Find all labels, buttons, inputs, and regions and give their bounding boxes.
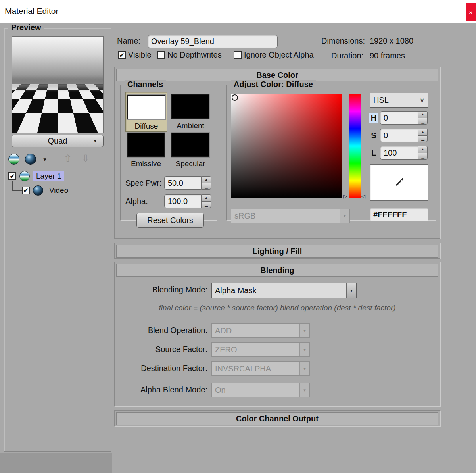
- adjust-color-group: Adjust Color: Diffuse ▷ ◁ HSL ∨ H 0 ▲ ▁ …: [226, 85, 436, 220]
- no-depthwrites-label: No Depthwrites: [167, 50, 222, 60]
- blend-operation-value: ADD: [212, 324, 299, 337]
- ignore-object-alpha-row[interactable]: Ignore Object Alpha: [234, 50, 314, 60]
- dropdown-arrow-icon: ▾: [299, 362, 309, 375]
- blending-mode-value: Alpha Mask: [212, 283, 346, 298]
- spinner-down-icon[interactable]: ▁: [202, 183, 211, 190]
- alpha-spinner[interactable]: 100.0 ▲ ▁: [164, 194, 211, 208]
- base-color-section: Base Color Channels Diffuse Ambient Emis…: [114, 67, 440, 239]
- close-button[interactable]: ×: [466, 3, 476, 21]
- titlebar[interactable]: Material Editor ×: [0, 0, 476, 23]
- preview-shape-dropdown[interactable]: Quad ▼: [12, 135, 104, 147]
- dropdown-arrow-icon[interactable]: ▾: [346, 283, 356, 298]
- h-label: H: [369, 113, 378, 123]
- blending-title: Blending: [260, 266, 294, 275]
- source-factor-value: ZERO: [212, 343, 299, 356]
- spinner-down-icon[interactable]: ▁: [418, 118, 428, 125]
- specular-swatch[interactable]: [171, 133, 209, 157]
- saturation-value-picker[interactable]: [231, 94, 342, 198]
- blending-header[interactable]: Blending: [116, 264, 438, 277]
- h-spinner[interactable]: 0 ▲ ▁: [380, 111, 428, 125]
- layer-tree-row[interactable]: ✔ Video: [22, 185, 71, 196]
- l-value[interactable]: 100: [380, 146, 418, 160]
- check-icon: ✔: [119, 52, 125, 59]
- layer1-visible-checkbox[interactable]: ✔: [8, 172, 16, 180]
- video-sphere-icon: [33, 185, 43, 196]
- horizon-haze: [12, 79, 103, 92]
- hue-marker-right-icon[interactable]: ◁: [361, 194, 365, 199]
- dropdown-arrow-icon: ▾: [299, 383, 309, 397]
- emissive-swatch[interactable]: [127, 133, 165, 157]
- s-label: S: [369, 130, 378, 141]
- add-layer-sphere-icon[interactable]: [8, 154, 19, 165]
- specular-label: Specular: [176, 160, 205, 168]
- spinner-up-icon[interactable]: ▲: [202, 176, 211, 183]
- h-value[interactable]: 0: [380, 111, 418, 125]
- spinner-down-icon[interactable]: ▁: [418, 135, 428, 142]
- layer-type-dropdown-icon[interactable]: ▼: [42, 157, 47, 162]
- lighting-fill-section: Lighting / Fill: [114, 243, 440, 259]
- name-input[interactable]: Overlay 59_Blend: [148, 35, 278, 48]
- no-depthwrites-row[interactable]: No Depthwrites: [157, 50, 222, 60]
- spinner-up-icon[interactable]: ▲: [418, 129, 428, 135]
- video-visible-checkbox[interactable]: ✔: [22, 187, 30, 194]
- hex-color-input[interactable]: #FFFFFF: [370, 208, 428, 221]
- ambient-channel-button[interactable]: Ambient: [170, 92, 211, 131]
- hue-slider[interactable]: [349, 94, 361, 198]
- destination-factor-value: INVSRCALPHA: [212, 362, 299, 375]
- sv-picker-marker[interactable]: [232, 94, 238, 101]
- color-mode-select[interactable]: HSL ∨: [370, 93, 428, 108]
- ambient-swatch[interactable]: [171, 94, 209, 119]
- ignore-object-alpha-checkbox[interactable]: [234, 51, 242, 59]
- lighting-fill-header[interactable]: Lighting / Fill: [116, 245, 438, 258]
- picked-color-preview[interactable]: [370, 164, 428, 201]
- name-label: Name:: [117, 37, 140, 46]
- layer1-item[interactable]: Layer 1: [33, 171, 64, 181]
- ignore-object-alpha-label: Ignore Object Alpha: [244, 50, 314, 60]
- alpha-blend-mode-select: On ▾: [211, 383, 310, 397]
- reset-colors-button[interactable]: Reset Colors: [136, 213, 204, 228]
- s-value[interactable]: 0: [380, 129, 418, 142]
- move-layer-up-icon[interactable]: ⇧: [64, 154, 72, 163]
- diffuse-label: Diffuse: [135, 122, 158, 131]
- video-item[interactable]: Video: [46, 186, 71, 195]
- spinner-down-icon[interactable]: ▁: [418, 153, 428, 160]
- emissive-label: Emissive: [131, 160, 161, 168]
- spec-pwr-value[interactable]: 50.0: [164, 176, 202, 190]
- emissive-channel-button[interactable]: Emissive: [125, 130, 167, 169]
- visible-checkbox[interactable]: ✔: [118, 51, 126, 59]
- no-depthwrites-checkbox[interactable]: [157, 51, 165, 59]
- spinner-up-icon[interactable]: ▲: [202, 194, 211, 201]
- s-spinner[interactable]: 0 ▲ ▁: [380, 129, 428, 142]
- hex-color-value: #FFFFFF: [373, 210, 407, 219]
- hue-marker-left-icon[interactable]: ▷: [343, 194, 347, 199]
- alpha-value[interactable]: 100.0: [164, 194, 202, 208]
- layer-tree-row[interactable]: ✔ Layer 1: [8, 171, 64, 181]
- chevron-down-icon: ∨: [416, 93, 428, 107]
- alpha-blend-mode-value: On: [212, 383, 299, 397]
- l-spinner[interactable]: 100 ▲ ▁: [380, 146, 428, 160]
- material-preview-image: [12, 36, 104, 133]
- spinner-up-icon[interactable]: ▲: [418, 146, 428, 153]
- dimensions-value: 1920 x 1080: [370, 37, 413, 46]
- diffuse-swatch[interactable]: [127, 95, 165, 119]
- specular-channel-button[interactable]: Specular: [170, 130, 211, 169]
- dropdown-arrow-icon: ▾: [299, 324, 309, 337]
- source-factor-label: Source Factor:: [119, 345, 207, 354]
- spinner-up-icon[interactable]: ▲: [418, 111, 428, 118]
- blend-operation-select: ADD ▾: [211, 323, 310, 338]
- move-layer-down-icon[interactable]: ⇩: [82, 154, 90, 163]
- channels-group-label: Channels: [125, 80, 166, 89]
- dimensions-label: Dimensions:: [321, 37, 365, 46]
- diffuse-channel-button[interactable]: Diffuse: [125, 92, 167, 132]
- add-video-sphere-icon[interactable]: [25, 154, 36, 165]
- channels-group: Channels Diffuse Ambient Emissive Specul…: [120, 85, 217, 220]
- spec-pwr-spinner[interactable]: 50.0 ▲ ▁: [164, 176, 211, 190]
- spinner-down-icon[interactable]: ▁: [202, 201, 211, 208]
- destination-factor-label: Destination Factor:: [119, 364, 207, 373]
- visible-checkbox-row[interactable]: ✔ Visible: [118, 50, 152, 60]
- dropdown-arrow-icon: ▾: [299, 343, 309, 356]
- blend-operation-label: Blend Operation:: [119, 326, 207, 335]
- blending-mode-select[interactable]: Alpha Mask ▾: [211, 283, 357, 298]
- duration-value: 90 frames: [370, 51, 405, 60]
- color-channel-output-header[interactable]: Color Channel Output: [116, 412, 438, 425]
